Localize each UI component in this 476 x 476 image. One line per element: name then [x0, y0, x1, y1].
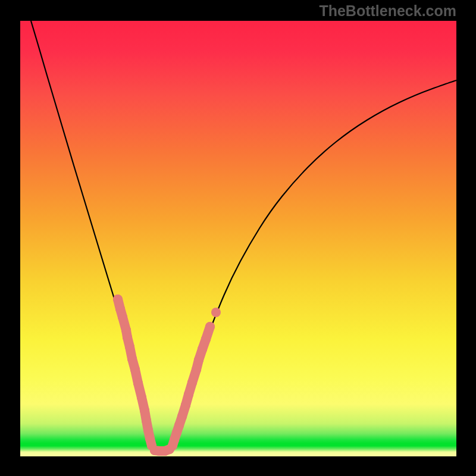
data-markers [113, 295, 221, 456]
chart-frame: TheBottleneck.com [0, 0, 476, 476]
data-capsule [165, 449, 170, 451]
chart-overlay [20, 21, 456, 456]
data-capsule [206, 327, 210, 339]
data-point [211, 308, 221, 317]
data-capsule [150, 439, 152, 446]
watermark-text: TheBottleneck.com [319, 2, 456, 20]
bottleneck-curve [31, 21, 456, 452]
